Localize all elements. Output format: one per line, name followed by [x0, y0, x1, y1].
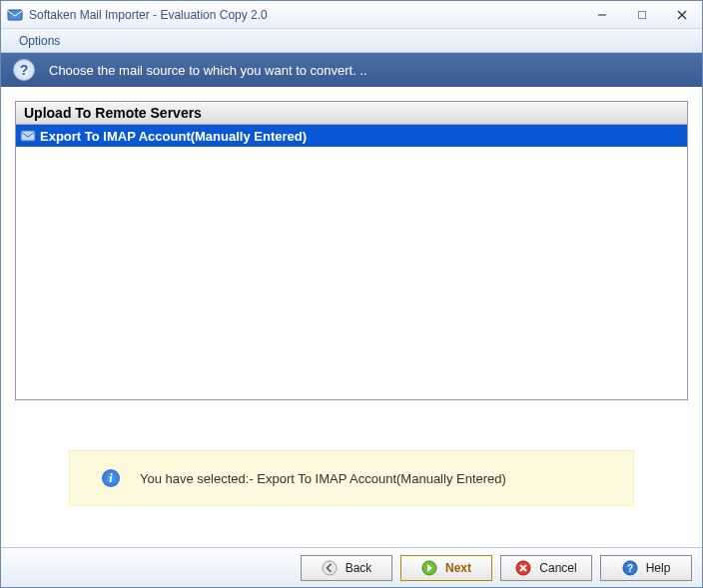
instruction-bar: ? Choose the mail source to which you wa… — [1, 53, 702, 87]
minimize-icon — [597, 10, 607, 20]
back-icon — [322, 560, 338, 576]
cancel-button[interactable]: Cancel — [500, 555, 592, 581]
selection-notice: i You have selected:- Export To IMAP Acc… — [69, 450, 634, 506]
mail-icon — [20, 128, 36, 144]
titlebar: Softaken Mail Importer - Evaluation Copy… — [1, 1, 702, 29]
maximize-icon — [637, 10, 647, 20]
next-button[interactable]: Next — [400, 555, 492, 581]
back-label: Back — [346, 561, 372, 575]
window-title: Softaken Mail Importer - Evaluation Copy… — [29, 8, 582, 22]
help-label: Help — [646, 561, 671, 575]
maximize-button[interactable] — [622, 4, 662, 26]
next-label: Next — [445, 561, 471, 575]
cancel-icon — [515, 560, 531, 576]
content-area: Upload To Remote Servers Export To IMAP … — [7, 91, 696, 545]
svg-point-6 — [323, 561, 337, 575]
instruction-text: Choose the mail source to which you want… — [49, 63, 367, 78]
menu-options[interactable]: Options — [13, 32, 66, 50]
list-item-label: Export To IMAP Account(Manually Entered) — [40, 129, 307, 144]
minimize-button[interactable] — [582, 4, 622, 26]
next-icon — [421, 560, 437, 576]
close-icon — [677, 10, 687, 20]
notice-text: You have selected:- Export To IMAP Accou… — [140, 471, 506, 486]
back-button[interactable]: Back — [301, 555, 392, 581]
app-icon — [7, 7, 23, 23]
svg-rect-2 — [639, 11, 646, 18]
menubar: Options — [1, 29, 702, 53]
svg-rect-0 — [8, 10, 22, 20]
help-button[interactable]: ? Help — [600, 555, 692, 581]
source-list-panel: Upload To Remote Servers Export To IMAP … — [15, 101, 688, 400]
help-icon: ? — [13, 59, 35, 81]
window-controls — [582, 4, 702, 26]
close-button[interactable] — [662, 4, 702, 26]
svg-rect-5 — [21, 131, 35, 141]
svg-text:?: ? — [627, 563, 633, 574]
info-icon: i — [102, 469, 120, 487]
footer-bar: Back Next Cancel ? Help — [1, 547, 702, 587]
list-header: Upload To Remote Servers — [16, 102, 687, 125]
app-window: Softaken Mail Importer - Evaluation Copy… — [0, 0, 703, 588]
help-button-icon: ? — [622, 560, 638, 576]
cancel-label: Cancel — [539, 561, 576, 575]
list-item-imap[interactable]: Export To IMAP Account(Manually Entered) — [16, 125, 687, 147]
